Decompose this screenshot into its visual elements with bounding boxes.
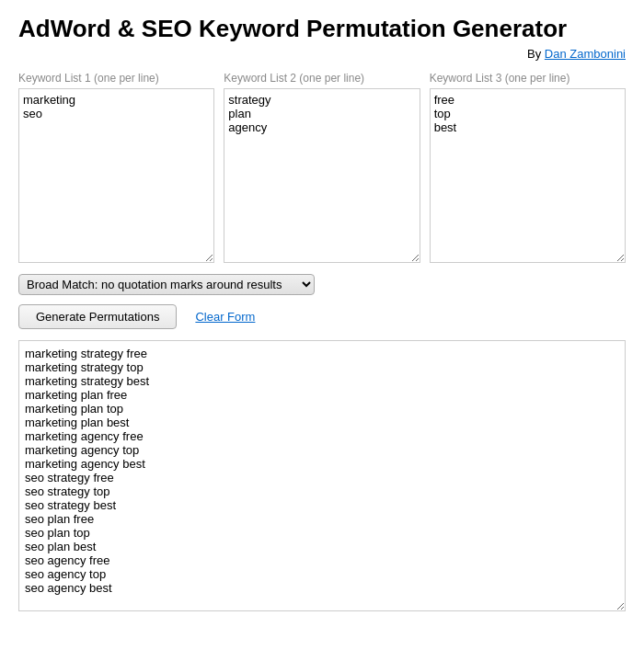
buttons-row: Generate Permutations Clear Form — [18, 304, 626, 329]
keyword-list-1-input[interactable] — [18, 88, 214, 263]
byline: By Dan Zambonini — [18, 47, 626, 61]
keyword-list-2-input[interactable] — [224, 88, 420, 263]
match-type-select[interactable]: Broad Match: no quotation marks around r… — [18, 274, 315, 295]
keyword-lists-container: Keyword List 1 (one per line) Keyword Li… — [18, 72, 626, 263]
options-row: Broad Match: no quotation marks around r… — [18, 274, 626, 295]
author-link[interactable]: Dan Zambonini — [545, 47, 626, 61]
keyword-list-3-container: Keyword List 3 (one per line) — [430, 72, 626, 263]
keyword-list-3-label: Keyword List 3 (one per line) — [430, 72, 626, 85]
keyword-list-3-input[interactable] — [430, 88, 626, 263]
keyword-list-2-label: Keyword List 2 (one per line) — [224, 72, 420, 85]
keyword-list-1-container: Keyword List 1 (one per line) — [18, 72, 214, 263]
results-textarea[interactable] — [18, 340, 626, 611]
keyword-list-1-label: Keyword List 1 (one per line) — [18, 72, 214, 85]
keyword-list-2-container: Keyword List 2 (one per line) — [224, 72, 420, 263]
byline-prefix: By — [527, 47, 545, 61]
generate-button[interactable]: Generate Permutations — [18, 304, 177, 329]
clear-button[interactable]: Clear Form — [195, 310, 255, 324]
page-title: AdWord & SEO Keyword Permutation Generat… — [18, 15, 626, 43]
